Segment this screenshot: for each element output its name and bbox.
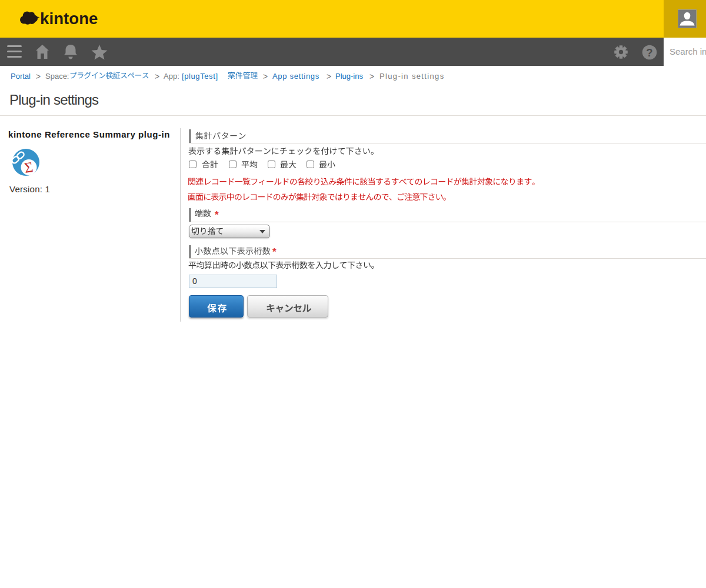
svg-text:?: ? — [646, 46, 652, 59]
